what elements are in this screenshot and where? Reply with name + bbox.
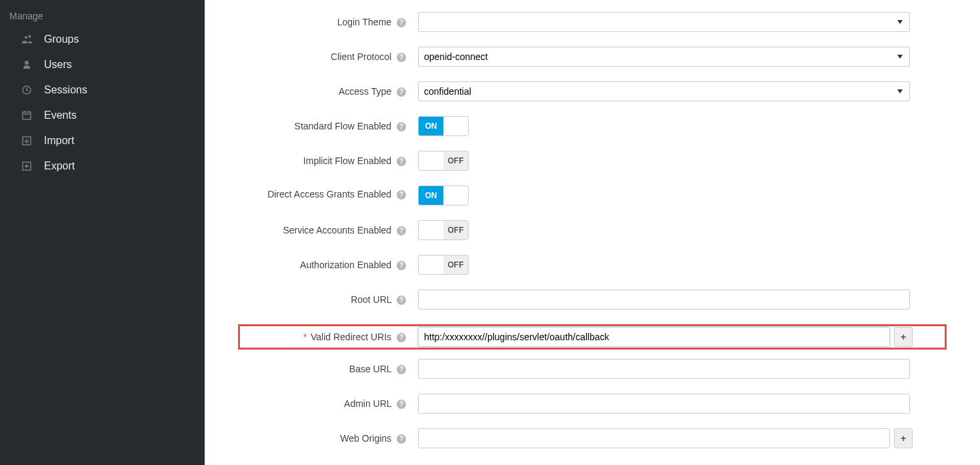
help-icon[interactable]: ?: [397, 157, 406, 166]
help-icon[interactable]: ?: [397, 434, 406, 444]
help-icon[interactable]: ?: [397, 53, 406, 62]
sidebar: Manage Groups Users Sessions Events Impo…: [0, 0, 205, 465]
help-icon[interactable]: ?: [397, 190, 406, 199]
label-standard-flow: Standard Flow Enabled: [295, 121, 392, 131]
sidebar-item-events[interactable]: Events: [0, 103, 205, 128]
label-authorization: Authorization Enabled: [300, 260, 391, 270]
row-login-theme: Login Theme ?: [238, 12, 947, 32]
export-icon: [20, 161, 33, 171]
row-direct-access: Direct Access Grants Enabled ? ON: [238, 185, 947, 205]
login-theme-select[interactable]: [418, 12, 910, 32]
sidebar-section-label: Manage: [0, 5, 205, 27]
row-base-url: Base URL ?: [238, 359, 947, 379]
help-icon[interactable]: ?: [397, 296, 406, 305]
label-client-protocol: Client Protocol: [331, 51, 391, 62]
standard-flow-toggle[interactable]: ON: [418, 116, 469, 136]
row-authorization: Authorization Enabled ? OFF: [238, 255, 947, 275]
row-admin-url: Admin URL ?: [238, 394, 947, 414]
sidebar-item-label: Export: [44, 160, 75, 172]
user-icon: [20, 59, 33, 70]
add-redirect-button[interactable]: +: [894, 327, 913, 347]
plus-icon: +: [901, 332, 906, 342]
clock-icon: [20, 85, 33, 95]
label-valid-redirect: Valid Redirect URIs: [311, 332, 391, 342]
help-icon[interactable]: ?: [397, 365, 406, 374]
row-web-origins: Web Origins ? +: [238, 428, 947, 448]
sidebar-item-label: Events: [44, 109, 77, 121]
import-icon: [20, 135, 33, 146]
required-marker: *: [303, 332, 307, 342]
row-standard-flow: Standard Flow Enabled ? ON: [238, 116, 947, 136]
row-implicit-flow: Implicit Flow Enabled ? OFF: [238, 151, 947, 171]
service-accounts-toggle[interactable]: OFF: [418, 220, 469, 240]
web-origins-input[interactable]: [418, 428, 890, 448]
access-type-select[interactable]: confidential: [418, 81, 910, 101]
sidebar-item-import[interactable]: Import: [0, 128, 205, 153]
label-direct-access: Direct Access Grants Enabled: [267, 189, 391, 199]
main-content: Login Theme ? Client Protocol ? openid-c…: [205, 0, 980, 465]
label-web-origins: Web Origins: [340, 433, 391, 444]
groups-icon: [20, 34, 33, 45]
client-protocol-select[interactable]: openid-connect: [418, 47, 910, 67]
help-icon[interactable]: ?: [397, 261, 406, 270]
sidebar-item-label: Sessions: [44, 84, 87, 96]
plus-icon: +: [901, 433, 906, 444]
sidebar-item-export[interactable]: Export: [0, 153, 205, 179]
label-base-url: Base URL: [349, 364, 391, 374]
sidebar-item-users[interactable]: Users: [0, 52, 205, 77]
authorization-toggle[interactable]: OFF: [418, 255, 469, 275]
row-root-url: Root URL ?: [238, 290, 947, 310]
sidebar-item-groups[interactable]: Groups: [0, 27, 205, 52]
label-root-url: Root URL: [351, 294, 391, 305]
implicit-flow-toggle[interactable]: OFF: [418, 151, 469, 171]
svg-rect-1: [23, 112, 31, 119]
label-login-theme: Login Theme: [337, 17, 391, 27]
row-service-accounts: Service Accounts Enabled ? OFF: [238, 220, 947, 240]
help-icon[interactable]: ?: [397, 226, 406, 236]
help-icon[interactable]: ?: [397, 400, 406, 409]
row-access-type: Access Type ? confidential: [238, 81, 947, 101]
row-valid-redirect-uris: * Valid Redirect URIs ? +: [238, 324, 947, 350]
valid-redirect-input[interactable]: [418, 327, 890, 347]
add-web-origin-button[interactable]: +: [894, 428, 913, 448]
sidebar-item-sessions[interactable]: Sessions: [0, 77, 205, 103]
base-url-input[interactable]: [418, 359, 910, 379]
label-service-accounts: Service Accounts Enabled: [283, 225, 391, 236]
sidebar-item-label: Import: [44, 135, 74, 147]
calendar-icon: [20, 110, 33, 121]
help-icon[interactable]: ?: [397, 333, 406, 342]
label-access-type: Access Type: [339, 86, 391, 97]
admin-url-input[interactable]: [418, 394, 910, 414]
sidebar-item-label: Users: [44, 59, 72, 71]
help-icon[interactable]: ?: [397, 87, 406, 97]
sidebar-item-label: Groups: [44, 33, 79, 45]
direct-access-toggle[interactable]: ON: [418, 185, 469, 205]
help-icon[interactable]: ?: [397, 122, 406, 131]
root-url-input[interactable]: [418, 290, 910, 310]
help-icon[interactable]: ?: [397, 18, 406, 27]
label-implicit-flow: Implicit Flow Enabled: [303, 155, 391, 166]
label-admin-url: Admin URL: [344, 398, 391, 409]
row-client-protocol: Client Protocol ? openid-connect: [238, 47, 947, 67]
